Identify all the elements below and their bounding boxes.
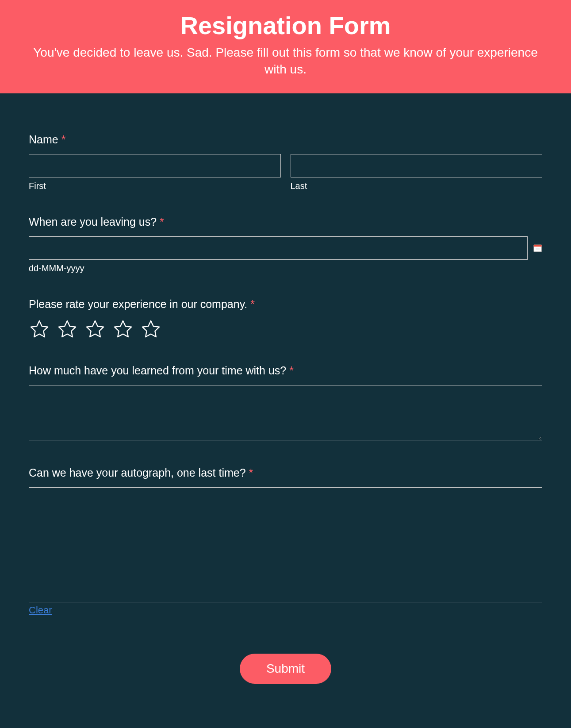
submit-row: Submit	[29, 654, 542, 684]
leaving-date-label-text: When are you leaving us?	[29, 216, 157, 228]
rating-field: Please rate your experience in our compa…	[29, 298, 542, 340]
required-marker: *	[250, 298, 255, 310]
name-label: Name *	[29, 133, 542, 146]
calendar-icon[interactable]	[533, 243, 542, 253]
star-icon[interactable]	[57, 319, 78, 340]
learned-label: How much have you learned from your time…	[29, 364, 542, 377]
required-marker: *	[61, 133, 66, 146]
leaving-date-label: When are you leaving us? *	[29, 216, 542, 228]
name-field: Name * First Last	[29, 133, 542, 191]
last-name-sublabel: Last	[291, 181, 543, 191]
star-icon[interactable]	[140, 319, 161, 340]
signature-pad[interactable]	[29, 487, 542, 602]
form-title: Resignation Form	[22, 11, 549, 40]
star-icon[interactable]	[84, 319, 106, 340]
leaving-date-field: When are you leaving us? * dd-MMM-yyyy	[29, 216, 542, 273]
form-subtitle: You've decided to leave us. Sad. Please …	[31, 44, 540, 78]
name-label-text: Name	[29, 133, 58, 146]
autograph-field: Can we have your autograph, one last tim…	[29, 466, 542, 616]
clear-signature-link[interactable]: Clear	[29, 605, 52, 616]
svg-rect-1	[533, 245, 541, 247]
star-rating	[29, 319, 542, 340]
learned-field: How much have you learned from your time…	[29, 364, 542, 442]
rating-label: Please rate your experience in our compa…	[29, 298, 542, 311]
form-header: Resignation Form You've decided to leave…	[0, 0, 571, 93]
star-icon[interactable]	[112, 319, 134, 340]
first-name-input[interactable]	[29, 154, 281, 177]
autograph-label-text: Can we have your autograph, one last tim…	[29, 466, 246, 479]
required-marker: *	[249, 466, 253, 479]
required-marker: *	[160, 216, 164, 228]
leaving-date-input[interactable]	[29, 236, 528, 260]
submit-button[interactable]: Submit	[240, 654, 331, 684]
learned-textarea[interactable]	[29, 385, 542, 440]
learned-label-text: How much have you learned from your time…	[29, 364, 286, 377]
star-icon[interactable]	[29, 319, 50, 340]
required-marker: *	[289, 364, 294, 377]
autograph-label: Can we have your autograph, one last tim…	[29, 466, 542, 479]
rating-label-text: Please rate your experience in our compa…	[29, 298, 247, 310]
date-format-hint: dd-MMM-yyyy	[29, 263, 542, 273]
first-name-sublabel: First	[29, 181, 281, 191]
last-name-input[interactable]	[291, 154, 543, 177]
form-body: Name * First Last When are you leaving u…	[0, 93, 571, 715]
